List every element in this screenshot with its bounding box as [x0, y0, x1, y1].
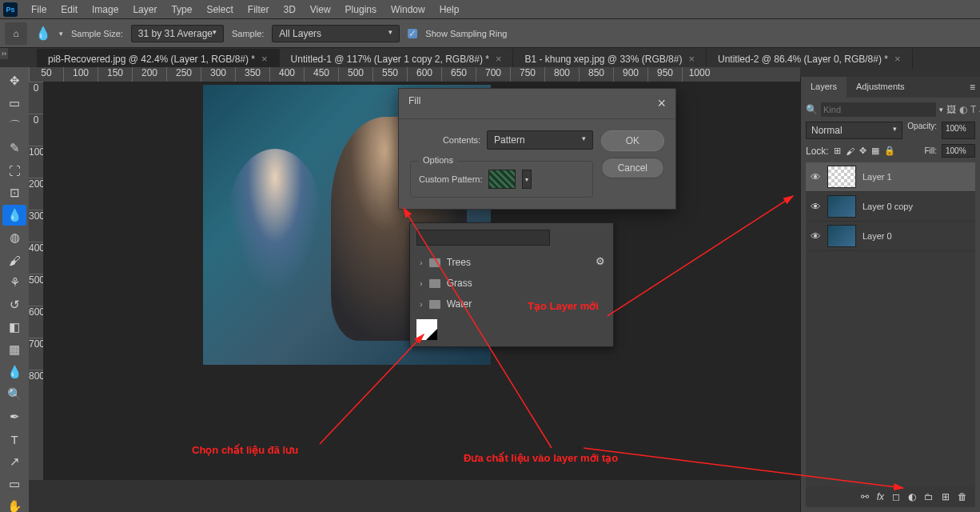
close-icon[interactable]: × [261, 53, 268, 65]
visibility-icon[interactable]: 👁 [811, 171, 821, 183]
menu-plugins[interactable]: Plugins [338, 1, 384, 18]
marquee-tool[interactable]: ▭ [2, 93, 26, 114]
link-icon[interactable]: ⚯ [861, 491, 869, 502]
eyedropper-icon[interactable]: 💧 [35, 26, 51, 41]
menu-select[interactable]: Select [199, 1, 240, 18]
folder-trees[interactable]: Trees [416, 252, 607, 273]
eraser-tool[interactable]: ◧ [2, 317, 26, 338]
trash-icon[interactable]: 🗑 [958, 491, 967, 502]
dialog-title: Fill [408, 95, 420, 112]
pen-tool[interactable]: ✒ [2, 406, 26, 427]
opacity-value[interactable]: 100% [942, 122, 975, 139]
dodge-tool[interactable]: 🔍 [2, 384, 26, 405]
filter-adjust-icon[interactable]: ◐ [959, 104, 967, 115]
wand-tool[interactable]: ✎ [2, 138, 26, 158]
blur-tool[interactable]: 💧 [2, 362, 26, 382]
lasso-tool[interactable]: ⌒ [2, 115, 26, 136]
menu-image[interactable]: Image [85, 1, 125, 18]
menu-view[interactable]: View [303, 1, 338, 18]
filter-type-icon[interactable]: T [970, 104, 976, 115]
home-button[interactable]: ⌂ [5, 22, 27, 45]
custom-pattern-label: Custom Pattern: [419, 174, 482, 184]
ruler-horizontal: 5010015020025030035040045050055060065070… [29, 67, 800, 82]
layer-row[interactable]: 👁 Layer 1 [806, 162, 975, 192]
shape-tool[interactable]: ▭ [2, 474, 26, 494]
menu-edit[interactable]: Edit [54, 1, 85, 18]
layer-name: Layer 1 [862, 172, 892, 182]
ok-button[interactable]: OK [601, 130, 664, 151]
cancel-button[interactable]: Cancel [601, 158, 664, 178]
document-tabs: pi8-Recovered.jpg @ 42.4% (Layer 1, RGB/… [0, 48, 980, 69]
layer-row[interactable]: 👁 Layer 0 [806, 222, 975, 251]
chevron-down-icon[interactable]: ▾ [59, 30, 63, 38]
gear-icon[interactable]: ⚙ [596, 255, 605, 267]
mask-icon[interactable]: ◻ [892, 491, 900, 502]
menu-type[interactable]: Type [164, 1, 199, 18]
doc-tab-3[interactable]: B1 - khung xep.jpg @ 33% (RGB/8#)× [513, 49, 707, 69]
fill-value[interactable]: 100% [942, 144, 975, 158]
lock-transparent-icon[interactable]: ⊞ [834, 146, 841, 156]
folder-water[interactable]: Water [416, 294, 607, 314]
pattern-dropdown[interactable]: ▾ [522, 170, 532, 189]
frame-tool[interactable]: ⊡ [2, 182, 26, 203]
menu-filter[interactable]: Filter [241, 1, 277, 18]
folder-icon [429, 300, 440, 309]
show-ring-checkbox[interactable]: ✓ [408, 29, 417, 38]
layer-thumbnail [827, 166, 856, 188]
heal-tool[interactable]: ◍ [2, 227, 26, 248]
menu-3d[interactable]: 3D [276, 1, 302, 18]
new-layer-icon[interactable]: ⊞ [942, 491, 950, 502]
contents-label: Contents: [410, 135, 480, 145]
path-tool[interactable]: ↗ [2, 451, 26, 472]
pattern-thumbnail[interactable] [488, 170, 516, 189]
sample-size-select[interactable]: 31 by 31 Average ▾ [131, 25, 224, 42]
move-tool[interactable]: ✥ [2, 70, 26, 91]
close-icon[interactable]: × [688, 53, 695, 65]
lock-pixel-icon[interactable]: 🖌 [846, 146, 855, 156]
brush-tool[interactable]: 🖌 [2, 250, 26, 270]
collapse-toggle[interactable]: ›› [0, 48, 8, 59]
close-icon[interactable]: × [496, 53, 502, 65]
sample-select[interactable]: All Layers ▾ [272, 25, 400, 42]
lock-artboard-icon[interactable]: ▦ [871, 146, 879, 156]
fx-icon[interactable]: fx [877, 491, 884, 502]
doc-tab-1[interactable]: pi8-Recovered.jpg @ 42.4% (Layer 1, RGB/… [37, 49, 280, 69]
menu-file[interactable]: File [24, 1, 54, 18]
pattern-search[interactable] [416, 230, 550, 246]
pattern-swatch[interactable] [416, 319, 437, 340]
lock-position-icon[interactable]: ✥ [859, 146, 866, 156]
menu-layer[interactable]: Layer [125, 1, 164, 18]
menu-bar: Ps File Edit Image Layer Type Select Fil… [0, 0, 980, 19]
history-brush-tool[interactable]: ↺ [2, 294, 26, 315]
close-icon[interactable]: × [894, 53, 901, 65]
crop-tool[interactable]: ⛶ [2, 160, 26, 181]
hand-tool[interactable]: ✋ [2, 496, 26, 512]
close-icon[interactable]: × [657, 95, 666, 112]
adjustments-tab[interactable]: Adjustments [847, 77, 914, 98]
group-icon[interactable]: 🗀 [924, 491, 934, 502]
adjustment-icon[interactable]: ◐ [908, 491, 916, 502]
contents-select[interactable]: Pattern▾ [487, 130, 593, 150]
lock-all-icon[interactable]: 🔒 [884, 146, 895, 156]
visibility-icon[interactable]: 👁 [811, 230, 821, 242]
gradient-tool[interactable]: ▦ [2, 339, 26, 360]
layer-row[interactable]: 👁 Layer 0 copy [806, 192, 975, 222]
visibility-icon[interactable]: 👁 [811, 201, 821, 213]
kind-filter[interactable] [821, 102, 936, 117]
folder-icon [429, 279, 440, 288]
folder-grass[interactable]: Grass [416, 273, 607, 294]
panel-menu-icon[interactable]: ≡ [965, 77, 980, 98]
eyedropper-tool[interactable]: 💧 [2, 205, 26, 226]
layers-tab[interactable]: Layers [801, 77, 847, 98]
menu-help[interactable]: Help [432, 1, 467, 18]
blend-mode-select[interactable]: Normal▾ [806, 122, 902, 139]
layer-list: 👁 Layer 1 👁 Layer 0 copy 👁 Layer 0 [806, 162, 975, 486]
doc-tab-2[interactable]: Untitled-1 @ 117% (Layer 1 copy 2, RGB/8… [280, 49, 514, 69]
filter-pixel-icon[interactable]: 🖼 [946, 104, 956, 115]
menu-window[interactable]: Window [384, 1, 432, 18]
stamp-tool[interactable]: ⚘ [2, 272, 26, 293]
type-tool[interactable]: T [2, 429, 26, 450]
opacity-label: Opacity: [907, 122, 937, 139]
fill-label: Fill: [924, 146, 937, 155]
doc-tab-4[interactable]: Untitled-2 @ 86.4% (Layer 0, RGB/8#) *× [707, 49, 913, 69]
